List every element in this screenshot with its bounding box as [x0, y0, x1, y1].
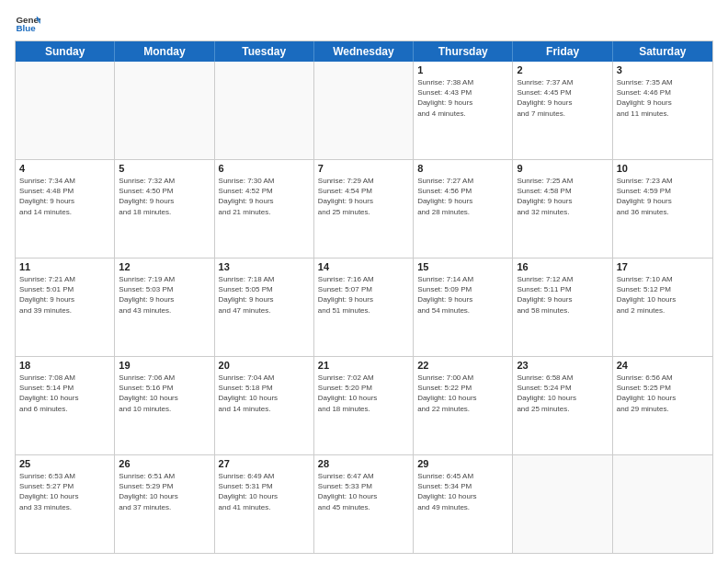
page: General Blue SundayMondayTuesdayWednesda… — [0, 0, 728, 563]
day-info: Sunrise: 7:25 AM Sunset: 4:58 PM Dayligh… — [517, 176, 608, 217]
day-info: Sunrise: 6:49 AM Sunset: 5:31 PM Dayligh… — [219, 471, 310, 512]
day-number: 23 — [517, 360, 608, 371]
day-number: 18 — [19, 360, 110, 371]
day-cell-6: 6Sunrise: 7:30 AM Sunset: 4:52 PM Daylig… — [215, 160, 314, 258]
day-number: 13 — [219, 261, 310, 272]
day-number: 29 — [417, 458, 508, 469]
header-day-wednesday: Wednesday — [314, 41, 414, 62]
week-row-1: 4Sunrise: 7:34 AM Sunset: 4:48 PM Daylig… — [16, 160, 712, 259]
day-cell-21: 21Sunrise: 7:02 AM Sunset: 5:20 PM Dayli… — [314, 357, 414, 454]
logo-icon: General Blue — [15, 11, 40, 37]
day-number: 25 — [19, 458, 110, 469]
day-cell-13: 13Sunrise: 7:18 AM Sunset: 5:05 PM Dayli… — [215, 259, 314, 356]
day-info: Sunrise: 6:53 AM Sunset: 5:27 PM Dayligh… — [19, 471, 110, 512]
day-info: Sunrise: 7:04 AM Sunset: 5:18 PM Dayligh… — [219, 373, 310, 414]
calendar: SundayMondayTuesdayWednesdayThursdayFrid… — [15, 40, 713, 554]
day-cell-10: 10Sunrise: 7:23 AM Sunset: 4:59 PM Dayli… — [613, 160, 712, 258]
day-cell-15: 15Sunrise: 7:14 AM Sunset: 5:09 PM Dayli… — [414, 259, 513, 356]
day-cell-23: 23Sunrise: 6:58 AM Sunset: 5:24 PM Dayli… — [513, 357, 612, 454]
day-cell-28: 28Sunrise: 6:47 AM Sunset: 5:33 PM Dayli… — [314, 455, 414, 553]
day-number: 7 — [318, 163, 409, 174]
empty-cell — [16, 62, 115, 159]
day-info: Sunrise: 7:00 AM Sunset: 5:22 PM Dayligh… — [417, 373, 508, 414]
day-number: 9 — [517, 163, 608, 174]
week-row-2: 11Sunrise: 7:21 AM Sunset: 5:01 PM Dayli… — [16, 259, 712, 357]
day-cell-7: 7Sunrise: 7:29 AM Sunset: 4:54 PM Daylig… — [314, 160, 414, 258]
day-info: Sunrise: 6:56 AM Sunset: 5:25 PM Dayligh… — [617, 373, 709, 414]
day-number: 19 — [119, 360, 210, 371]
calendar-header-row: SundayMondayTuesdayWednesdayThursdayFrid… — [16, 41, 712, 62]
day-number: 6 — [219, 163, 310, 174]
day-cell-20: 20Sunrise: 7:04 AM Sunset: 5:18 PM Dayli… — [215, 357, 314, 454]
day-cell-3: 3Sunrise: 7:35 AM Sunset: 4:46 PM Daylig… — [613, 62, 712, 159]
svg-text:Blue: Blue — [16, 23, 36, 33]
day-number: 1 — [417, 64, 508, 75]
empty-cell — [215, 62, 314, 159]
day-cell-4: 4Sunrise: 7:34 AM Sunset: 4:48 PM Daylig… — [16, 160, 115, 258]
week-row-0: 1Sunrise: 7:38 AM Sunset: 4:43 PM Daylig… — [16, 62, 712, 160]
day-number: 24 — [617, 360, 709, 371]
header-day-friday: Friday — [513, 41, 612, 62]
day-cell-9: 9Sunrise: 7:25 AM Sunset: 4:58 PM Daylig… — [513, 160, 612, 258]
day-number: 15 — [417, 261, 508, 272]
logo: General Blue — [15, 11, 44, 37]
header: General Blue — [15, 11, 713, 37]
day-info: Sunrise: 7:08 AM Sunset: 5:14 PM Dayligh… — [19, 373, 110, 414]
day-number: 4 — [19, 163, 110, 174]
day-info: Sunrise: 7:10 AM Sunset: 5:12 PM Dayligh… — [617, 274, 709, 316]
day-cell-8: 8Sunrise: 7:27 AM Sunset: 4:56 PM Daylig… — [414, 160, 513, 258]
day-cell-1: 1Sunrise: 7:38 AM Sunset: 4:43 PM Daylig… — [414, 62, 513, 159]
day-number: 17 — [617, 261, 709, 272]
day-cell-27: 27Sunrise: 6:49 AM Sunset: 5:31 PM Dayli… — [215, 455, 314, 553]
day-number: 21 — [318, 360, 409, 371]
day-info: Sunrise: 7:30 AM Sunset: 4:52 PM Dayligh… — [219, 176, 310, 217]
empty-cell — [314, 62, 414, 159]
day-info: Sunrise: 7:16 AM Sunset: 5:07 PM Dayligh… — [318, 274, 409, 316]
day-number: 22 — [417, 360, 508, 371]
week-row-4: 25Sunrise: 6:53 AM Sunset: 5:27 PM Dayli… — [16, 455, 712, 553]
header-day-sunday: Sunday — [16, 41, 115, 62]
day-cell-24: 24Sunrise: 6:56 AM Sunset: 5:25 PM Dayli… — [613, 357, 712, 454]
day-info: Sunrise: 7:19 AM Sunset: 5:03 PM Dayligh… — [119, 274, 210, 316]
day-number: 5 — [119, 163, 210, 174]
day-number: 12 — [119, 261, 210, 272]
day-number: 8 — [417, 163, 508, 174]
day-info: Sunrise: 7:34 AM Sunset: 4:48 PM Dayligh… — [19, 176, 110, 217]
day-cell-16: 16Sunrise: 7:12 AM Sunset: 5:11 PM Dayli… — [513, 259, 612, 356]
day-number: 28 — [318, 458, 409, 469]
header-day-tuesday: Tuesday — [215, 41, 314, 62]
day-cell-26: 26Sunrise: 6:51 AM Sunset: 5:29 PM Dayli… — [115, 455, 214, 553]
day-info: Sunrise: 7:14 AM Sunset: 5:09 PM Dayligh… — [417, 274, 508, 316]
calendar-body: 1Sunrise: 7:38 AM Sunset: 4:43 PM Daylig… — [16, 62, 712, 553]
day-info: Sunrise: 6:45 AM Sunset: 5:34 PM Dayligh… — [417, 471, 508, 512]
day-number: 27 — [219, 458, 310, 469]
day-info: Sunrise: 7:12 AM Sunset: 5:11 PM Dayligh… — [517, 274, 608, 316]
day-cell-22: 22Sunrise: 7:00 AM Sunset: 5:22 PM Dayli… — [414, 357, 513, 454]
empty-cell — [513, 455, 612, 553]
header-day-monday: Monday — [115, 41, 214, 62]
day-number: 26 — [119, 458, 210, 469]
day-cell-12: 12Sunrise: 7:19 AM Sunset: 5:03 PM Dayli… — [115, 259, 214, 356]
day-info: Sunrise: 7:18 AM Sunset: 5:05 PM Dayligh… — [219, 274, 310, 316]
day-cell-2: 2Sunrise: 7:37 AM Sunset: 4:45 PM Daylig… — [513, 62, 612, 159]
header-day-thursday: Thursday — [414, 41, 513, 62]
header-day-saturday: Saturday — [613, 41, 712, 62]
day-info: Sunrise: 7:02 AM Sunset: 5:20 PM Dayligh… — [318, 373, 409, 414]
day-number: 11 — [19, 261, 110, 272]
day-cell-29: 29Sunrise: 6:45 AM Sunset: 5:34 PM Dayli… — [414, 455, 513, 553]
day-info: Sunrise: 7:38 AM Sunset: 4:43 PM Dayligh… — [417, 77, 508, 119]
day-number: 10 — [617, 163, 709, 174]
empty-cell — [613, 455, 712, 553]
day-cell-14: 14Sunrise: 7:16 AM Sunset: 5:07 PM Dayli… — [314, 259, 414, 356]
empty-cell — [115, 62, 214, 159]
day-info: Sunrise: 7:35 AM Sunset: 4:46 PM Dayligh… — [617, 77, 709, 119]
day-cell-5: 5Sunrise: 7:32 AM Sunset: 4:50 PM Daylig… — [115, 160, 214, 258]
day-info: Sunrise: 6:51 AM Sunset: 5:29 PM Dayligh… — [119, 471, 210, 512]
day-number: 3 — [617, 64, 709, 75]
day-cell-17: 17Sunrise: 7:10 AM Sunset: 5:12 PM Dayli… — [613, 259, 712, 356]
week-row-3: 18Sunrise: 7:08 AM Sunset: 5:14 PM Dayli… — [16, 357, 712, 455]
day-number: 2 — [517, 64, 608, 75]
day-info: Sunrise: 7:27 AM Sunset: 4:56 PM Dayligh… — [417, 176, 508, 217]
day-number: 16 — [517, 261, 608, 272]
day-info: Sunrise: 7:29 AM Sunset: 4:54 PM Dayligh… — [318, 176, 409, 217]
